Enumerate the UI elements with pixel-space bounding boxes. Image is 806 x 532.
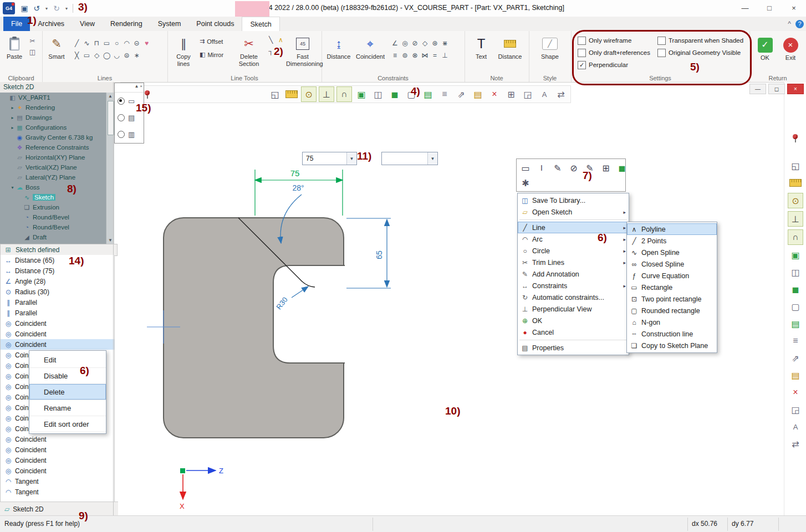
ruler-button[interactable] (284, 87, 299, 101)
dimbeam-button[interactable]: I (534, 161, 549, 175)
corner-trim-icon[interactable]: ╲ (266, 35, 276, 44)
menu-item-perpendicular-view[interactable]: ⊥Perpendicular View (518, 303, 629, 315)
constraint-tool-icon[interactable]: = (430, 51, 440, 60)
ok-button[interactable]: ✓OK (755, 35, 775, 62)
menu-item-circle[interactable]: ○Circle▸ (518, 245, 629, 257)
tree-item-gravity-center-6-738-kg[interactable]: ◉Gravity Center 6.738 kg (0, 132, 114, 142)
textbox-button[interactable]: A (788, 420, 803, 434)
line-shape-icon[interactable]: ╳ (72, 51, 81, 60)
menu-item-n-gon[interactable]: ⌂N-gon (627, 316, 717, 328)
move-button[interactable]: ◱ (268, 87, 282, 101)
line-shape-icon[interactable]: ╱ (72, 39, 81, 48)
copy-button[interactable]: ◫ (28, 48, 37, 57)
constraint-tool-icon[interactable]: ≡ (390, 51, 400, 60)
coincident-constraint-button[interactable]: ⌖Coincident (354, 34, 387, 60)
tree-item-round-bevel[interactable]: ◔Round/Bevel (0, 212, 114, 222)
undo-button[interactable]: ↺ (31, 2, 42, 14)
paste-button[interactable]: Paste (3, 34, 25, 60)
cubegreen-button[interactable]: ◼ (387, 87, 402, 101)
cut-button[interactable]: ✂ (28, 37, 37, 45)
copy-lines-button[interactable]: ∥Copy lines (170, 34, 197, 67)
tree-item-draft[interactable]: ◢Draft (0, 232, 114, 242)
snapcenter-button[interactable]: ⊙ (788, 193, 803, 208)
constraint-tool-icon[interactable]: ⋈ (420, 51, 430, 60)
menu-item-properties[interactable]: ▤Properties (518, 342, 629, 354)
bookgreen-button[interactable]: ▤ (788, 316, 803, 331)
delete-section-button[interactable]: ✂Delete Section (234, 34, 264, 67)
snapcenter-button[interactable]: ⊙ (301, 86, 317, 102)
swap-button[interactable]: ⇄ (788, 437, 803, 451)
line-shape-icon[interactable]: ◯ (102, 51, 111, 60)
cubeoutline-button[interactable]: ▢ (788, 299, 803, 314)
menu-item-constraints[interactable]: ↔Constraints▸ (518, 280, 629, 291)
view-option-3[interactable]: ▥ (115, 126, 144, 142)
facegreen-button[interactable]: ▣ (788, 248, 803, 262)
constraint-item-coincident[interactable]: ◎Coincident (1, 444, 114, 455)
tree-item-vertical-xz-plane[interactable]: ▱Vertical(XZ) Plane (0, 162, 114, 172)
line-shape-icon[interactable]: ▭ (82, 51, 91, 60)
radio-icon[interactable] (118, 114, 125, 121)
line-shape-icon[interactable]: ◠ (122, 39, 131, 48)
panel-close-icon[interactable]: × (140, 84, 142, 91)
constraint-tool-icon[interactable]: ∠ (390, 39, 400, 48)
menu-item-2-points[interactable]: ╱2 Points (627, 235, 717, 247)
close-button[interactable]: × (782, 0, 806, 16)
maximize-button[interactable]: □ (757, 0, 782, 16)
line-shape-icon[interactable]: ▭ (102, 39, 111, 48)
constraint-tool-icon[interactable]: ◎ (400, 39, 410, 48)
angle-snap-icon[interactable]: ∧ (276, 35, 285, 44)
menu-file[interactable]: File (3, 17, 30, 31)
chevron-down-icon[interactable]: ▼ (346, 152, 356, 165)
constraint-item-coincident[interactable]: ◎Coincident (1, 329, 114, 339)
menu-point-clouds[interactable]: Point clouds (188, 17, 242, 31)
expand-icon[interactable]: ▸ (9, 115, 16, 120)
secondary-combobox[interactable]: ▼ (381, 152, 438, 165)
menu-sketch[interactable]: Sketch (242, 17, 279, 31)
line-shape-icon[interactable]: ⊝ (132, 39, 141, 48)
line-shape-icon[interactable]: ◇ (92, 51, 101, 60)
panel-collapse-icon[interactable]: ▲ (134, 84, 139, 91)
closex-button[interactable]: × (788, 385, 803, 400)
constraint-tool-icon[interactable]: ◇ (420, 39, 430, 48)
minimize-button[interactable]: — (733, 0, 757, 16)
snaptan-button[interactable]: ∩ (788, 229, 803, 245)
menu-item-automatic-constraints[interactable]: ↻Automatic constraints... (518, 291, 629, 303)
constraint-item-distance-65[interactable]: ↔Distance (65) (1, 255, 114, 265)
export-button[interactable]: ⇗ (454, 87, 468, 101)
line-shape-icon[interactable]: ○ (112, 39, 121, 48)
sketch-2d-tab[interactable]: ▱ Sketch 2D (0, 502, 118, 516)
constraint-item-tangent[interactable]: ◠Tangent (1, 476, 114, 487)
menu-item-arc[interactable]: ◠Arc▸ (518, 233, 629, 245)
tree-item-extrusion[interactable]: ❏Extrusion (0, 202, 114, 212)
constraint-tool-icon[interactable]: ⊘ (410, 39, 420, 48)
text-note-button[interactable]: TText (469, 34, 493, 60)
menu-item-rename[interactable]: Rename (29, 400, 106, 416)
redo-dropdown[interactable]: ▾ (63, 2, 70, 14)
menu-view[interactable]: View (72, 17, 103, 31)
snapperp-button[interactable]: ⊥ (319, 86, 334, 102)
line-shape-icon[interactable]: ∿ (82, 39, 91, 48)
menu-rendering[interactable]: Rendering (103, 17, 150, 31)
stacklist-button[interactable]: ≡ (788, 334, 803, 348)
distance-note-button[interactable]: Distance (496, 34, 524, 60)
line-shape-icon[interactable]: ∗ (132, 51, 141, 60)
constraint-item-angle-28[interactable]: ∠Angle (28) (1, 276, 114, 287)
fast-dimensioning-button[interactable]: 45Fast Dimensioning (286, 34, 319, 67)
menu-item-trim-lines[interactable]: ✂Trim Lines▸ (518, 257, 629, 268)
shape-style-button[interactable]: ╱Shape (535, 34, 564, 60)
textbox-button[interactable]: A (537, 87, 552, 101)
exit-button[interactable]: ×Exit (781, 35, 800, 62)
bookgreen-button[interactable]: ▤ (421, 87, 435, 101)
constraint-item-tangent[interactable]: ◠Tangent (1, 487, 114, 497)
smart-button[interactable]: ✎Smart (44, 34, 69, 60)
greensq-button[interactable]: ◼ (615, 161, 629, 175)
constraint-item-radius-30[interactable]: ⊙Radius (30) (1, 287, 114, 297)
constraint-item-coincident[interactable]: ◎Coincident (1, 466, 114, 476)
addbox-button[interactable]: ◲ (521, 87, 535, 101)
menu-item-open-spline[interactable]: ∿Open Spline (627, 247, 717, 258)
doc-close-button[interactable]: × (787, 84, 804, 94)
facegreen-button[interactable]: ▣ (354, 87, 369, 101)
pin-button[interactable] (788, 131, 803, 145)
tree-item-lateral-yz-plane[interactable]: ▱Lateral(YZ) Plane (0, 172, 114, 182)
tree-item-round-bevel[interactable]: ◔Round/Bevel (0, 222, 114, 232)
